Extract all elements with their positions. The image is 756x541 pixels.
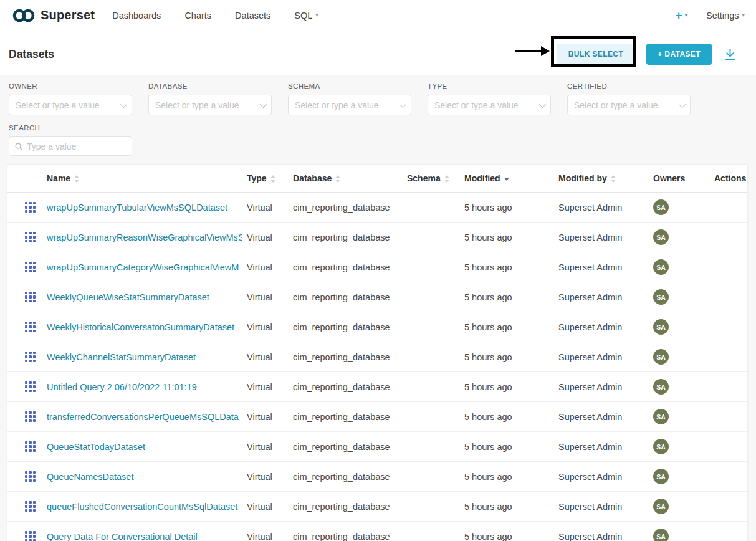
- datasets-table-card: Name Type Database Schema Modified Modif…: [7, 165, 747, 541]
- dataset-type: Virtual: [242, 492, 288, 522]
- owner-avatar: SA: [653, 439, 669, 454]
- dataset-modified: 5 hours ago: [459, 223, 553, 252]
- dataset-grid-icon: [25, 322, 36, 332]
- dataset-modified: 5 hours ago: [459, 522, 553, 541]
- dataset-modified: 5 hours ago: [459, 342, 553, 372]
- column-header-schema[interactable]: Schema: [402, 165, 459, 193]
- dataset-name-link[interactable]: WeeklyQueueWiseStatSummaryDataset: [47, 292, 209, 302]
- filter-certified-label: CERTIFIED: [567, 82, 691, 90]
- sort-icon: [444, 175, 449, 183]
- settings-menu[interactable]: Settings ▾: [706, 11, 745, 21]
- dataset-name-link[interactable]: queueFlushedConversationCountMsSqlDatase…: [47, 502, 237, 512]
- dataset-grid-icon: [25, 232, 36, 242]
- dataset-grid-icon: [25, 531, 36, 541]
- add-dataset-button[interactable]: + DATASET: [646, 44, 712, 65]
- column-header-actions: Actions: [709, 165, 747, 193]
- owner-avatar: SA: [653, 259, 669, 275]
- dataset-name-link[interactable]: WeeklyChannelStatSummaryDataset: [47, 352, 196, 362]
- dataset-database: cim_reporting_database: [288, 223, 402, 252]
- dataset-modified: 5 hours ago: [459, 282, 553, 312]
- owner-avatar: SA: [653, 499, 669, 514]
- dataset-modified-by: Superset Admin: [553, 402, 648, 432]
- dataset-grid-icon: [25, 381, 36, 392]
- table-row: wrapUpSummaryTubularViewMsSQLDataset Vir…: [7, 193, 747, 223]
- dataset-schema: [402, 223, 459, 252]
- filter-owner-select[interactable]: Select or type a value: [9, 95, 132, 115]
- dataset-schema: [402, 312, 459, 342]
- dataset-name-link[interactable]: WeeklyHistoricalConversatonSummaryDatase…: [47, 322, 234, 332]
- chevron-down-icon: [539, 100, 546, 107]
- dataset-name-link[interactable]: wrapUpSummaryReasonWiseGraphicalViewMsS: [47, 232, 242, 242]
- filter-database: DATABASE Select or type a value: [148, 82, 272, 115]
- search-input[interactable]: [27, 141, 127, 151]
- main-nav: Dashboards Charts Datasets SQL▾: [112, 11, 318, 21]
- export-datasets-button[interactable]: [723, 47, 737, 62]
- dataset-schema: [402, 282, 459, 312]
- dataset-name-link[interactable]: wrapUpSummaryTubularViewMsSQLDataset: [47, 203, 227, 213]
- dataset-schema: [402, 372, 459, 402]
- filter-schema-placeholder: Select or type a value: [295, 100, 400, 110]
- sort-icon: [335, 175, 340, 183]
- sort-icon: [74, 175, 79, 183]
- dataset-modified-by: Superset Admin: [553, 312, 648, 342]
- dataset-database: cim_reporting_database: [288, 282, 402, 312]
- new-item-menu[interactable]: + ▾: [675, 9, 687, 21]
- nav-item-dashboards[interactable]: Dashboards: [112, 11, 161, 21]
- dataset-actions: [709, 372, 747, 402]
- download-icon: [723, 47, 737, 62]
- column-header-type[interactable]: Type: [242, 165, 288, 193]
- dataset-name-link[interactable]: Untitled Query 2 06/10/2022 11:01:19: [47, 382, 197, 392]
- plus-icon: +: [675, 9, 682, 21]
- dataset-type: Virtual: [242, 432, 288, 462]
- infinity-logo-icon: [11, 7, 36, 24]
- filter-database-label: DATABASE: [148, 82, 272, 90]
- table-row: WeeklyHistoricalConversatonSummaryDatase…: [7, 312, 747, 342]
- dataset-grid-icon: [25, 411, 36, 422]
- column-header-modified[interactable]: Modified: [459, 165, 553, 193]
- dataset-type: Virtual: [242, 522, 288, 541]
- filter-type-select[interactable]: Select or type a value: [428, 95, 551, 115]
- superset-logo[interactable]: Superset: [11, 7, 95, 24]
- bulk-select-button[interactable]: BULK SELECT: [557, 44, 635, 65]
- filter-database-select[interactable]: Select or type a value: [148, 95, 272, 115]
- filter-certified-select[interactable]: Select or type a value: [567, 95, 691, 115]
- dataset-actions: [709, 193, 747, 223]
- nav-item-sql[interactable]: SQL▾: [294, 11, 318, 21]
- dataset-modified: 5 hours ago: [459, 432, 553, 462]
- dataset-modified: 5 hours ago: [459, 462, 553, 492]
- dataset-database: cim_reporting_database: [288, 402, 402, 432]
- dataset-database: cim_reporting_database: [288, 312, 402, 342]
- dataset-name-link[interactable]: wrapUpSummaryCategoryWiseGraphicalViewM: [47, 262, 239, 272]
- dataset-actions: [709, 462, 747, 492]
- filter-schema-select[interactable]: Select or type a value: [288, 95, 411, 115]
- dataset-name-link[interactable]: transferredConversationsPerQueueMsSQLDat…: [47, 412, 239, 422]
- dataset-name-link[interactable]: Query Data For Conversational Detail: [47, 532, 198, 541]
- nav-item-datasets[interactable]: Datasets: [235, 11, 270, 21]
- page-header: Datasets BULK SELECT + DATASET: [0, 31, 756, 75]
- navbar-right: + ▾ Settings ▾: [675, 9, 745, 21]
- filter-certified-placeholder: Select or type a value: [574, 100, 679, 110]
- table-row: WeeklyChannelStatSummaryDataset Virtual …: [7, 342, 747, 372]
- page-title: Datasets: [9, 48, 54, 61]
- column-header-database[interactable]: Database: [288, 165, 402, 193]
- filter-type-label: TYPE: [428, 82, 551, 90]
- table-body: wrapUpSummaryTubularViewMsSQLDataset Vir…: [7, 193, 747, 541]
- dataset-modified-by: Superset Admin: [553, 342, 648, 372]
- dataset-modified: 5 hours ago: [459, 402, 553, 432]
- table-row: QueueStatTodayDataset Virtual cim_report…: [7, 432, 747, 462]
- column-header-name[interactable]: Name: [42, 165, 242, 193]
- dataset-name-link[interactable]: QueueStatTodayDataset: [47, 442, 145, 452]
- dataset-modified-by: Superset Admin: [553, 282, 648, 312]
- dataset-name-link[interactable]: QueueNamesDataset: [47, 472, 133, 482]
- filter-database-placeholder: Select or type a value: [155, 100, 260, 110]
- dataset-type: Virtual: [242, 342, 288, 372]
- dataset-schema: [402, 462, 459, 492]
- owner-avatar: SA: [653, 349, 669, 365]
- column-header-modified-by[interactable]: Modified by: [553, 165, 648, 193]
- chevron-down-icon: [260, 100, 267, 107]
- dataset-modified: 5 hours ago: [459, 312, 553, 342]
- nav-item-charts[interactable]: Charts: [184, 11, 211, 21]
- filter-owner-label: OWNER: [9, 82, 132, 90]
- dataset-database: cim_reporting_database: [288, 492, 402, 522]
- dataset-modified-by: Superset Admin: [553, 372, 648, 402]
